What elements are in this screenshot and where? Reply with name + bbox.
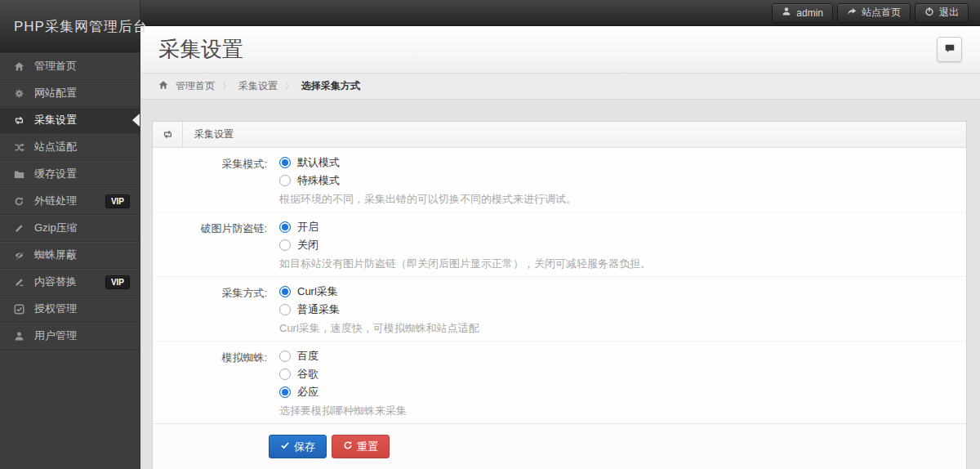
folder-icon xyxy=(12,169,25,180)
vip-badge: VIP xyxy=(105,275,130,289)
home-icon xyxy=(158,80,168,92)
breadcrumb-home[interactable]: 管理首页 xyxy=(176,79,215,93)
user-name: admin xyxy=(796,7,823,19)
field-collect-method: 采集方式: Curl采集普通采集 Curl采集，速度快，可模拟蜘蛛和站点适配 xyxy=(153,277,966,342)
eye-slash-icon xyxy=(12,250,25,261)
sidebar-item-label: 蜘蛛屏蔽 xyxy=(34,248,77,262)
simulate-spider-option-0[interactable]: 百度 xyxy=(279,347,407,365)
sidebar-item-label: 网站配置 xyxy=(34,86,77,100)
site-home-label: 站点首页 xyxy=(862,6,901,20)
save-button[interactable]: 保存 xyxy=(269,435,327,458)
breadcrumb-separator: 〉 xyxy=(222,80,231,92)
sidebar-item-user-manage[interactable]: 用户管理 xyxy=(0,323,140,350)
sidebar-item-external-links[interactable]: 外链处理 VIP xyxy=(0,188,140,215)
breadcrumb: 管理首页 〉 采集设置 〉 选择采集方式 xyxy=(140,74,980,100)
image-antileech-option-1[interactable]: 关闭 xyxy=(279,236,651,254)
user-icon xyxy=(12,331,25,342)
sidebar-item-label: 站点适配 xyxy=(34,140,77,154)
pencil-icon xyxy=(12,223,25,234)
content-area: 采集设置 采集模式: 默认模式特殊模式 根据环境的不同，采集出错的可以切换不同的… xyxy=(140,100,980,469)
sidebar-item-site-config[interactable]: 网站配置 xyxy=(0,80,140,107)
radio-icon[interactable] xyxy=(279,368,291,380)
radio-icon[interactable] xyxy=(279,221,291,233)
form-actions: 保存 重置 xyxy=(153,423,966,469)
logout-button[interactable]: 退出 xyxy=(915,3,969,23)
sidebar-item-collect-settings[interactable]: 采集设置 xyxy=(0,107,140,134)
sidebar-menu: 管理首页 网站配置 采集设置 站点适配 缓存设置 外链处理 VIP Gzip压缩… xyxy=(0,53,140,350)
sidebar-item-home[interactable]: 管理首页 xyxy=(0,53,140,80)
option-label: 关闭 xyxy=(297,238,318,252)
radio-icon[interactable] xyxy=(279,157,291,168)
sidebar-item-gzip[interactable]: Gzip压缩 xyxy=(0,215,140,242)
repeat-icon xyxy=(12,115,25,126)
shuffle-icon xyxy=(12,142,25,153)
radio-icon[interactable] xyxy=(279,386,291,398)
share-arrow-icon xyxy=(847,7,857,19)
main-area: 采集设置 管理首页 〉 采集设置 〉 选择采集方式 采集设置 采集模式: 默认模… xyxy=(140,26,980,469)
page-header: 采集设置 xyxy=(140,26,980,74)
breadcrumb-collect-settings[interactable]: 采集设置 xyxy=(238,79,278,93)
home-icon xyxy=(12,61,25,72)
sidebar-item-label: Gzip压缩 xyxy=(34,221,78,235)
option-label: 默认模式 xyxy=(297,155,340,170)
panel-header: 采集设置 xyxy=(153,122,966,148)
sidebar-item-site-adapt[interactable]: 站点适配 xyxy=(0,134,140,161)
settings-form: 采集模式: 默认模式特殊模式 根据环境的不同，采集出错的可以切换不同的模式来进行… xyxy=(153,148,966,423)
collect-method-option-0[interactable]: Curl采集 xyxy=(279,283,479,301)
user-menu-button[interactable]: admin xyxy=(772,3,833,23)
site-home-button[interactable]: 站点首页 xyxy=(837,3,911,23)
sidebar-item-label: 管理首页 xyxy=(34,59,77,74)
repeat-icon xyxy=(153,122,183,147)
option-label: 普通采集 xyxy=(297,302,340,317)
radio-icon[interactable] xyxy=(279,175,291,186)
sidebar-item-cache-settings[interactable]: 缓存设置 xyxy=(0,161,140,188)
sidebar-item-label: 内容替换 xyxy=(34,275,77,289)
option-label: 百度 xyxy=(297,349,318,364)
option-label: 特殊模式 xyxy=(297,173,340,188)
check-square-icon xyxy=(12,304,25,315)
vip-badge: VIP xyxy=(105,194,130,208)
collect-method-option-1[interactable]: 普通采集 xyxy=(279,301,479,319)
edit-icon xyxy=(12,277,25,288)
sidebar-item-content-replace[interactable]: 内容替换 VIP xyxy=(0,269,140,296)
radio-icon[interactable] xyxy=(279,286,291,297)
collect-mode-option-1[interactable]: 特殊模式 xyxy=(279,172,577,190)
sidebar: PHP采集网管理后台 管理首页 网站配置 采集设置 站点适配 缓存设置 外链处理… xyxy=(0,0,140,469)
sidebar-item-spider-block[interactable]: 蜘蛛屏蔽 xyxy=(0,242,140,269)
refresh-icon xyxy=(343,440,353,453)
simulate-spider-option-1[interactable]: 谷歌 xyxy=(279,365,407,383)
field-help-text: 如目标站没有图片防盗链（即关闭后图片显示正常），关闭可减轻服务器负担。 xyxy=(279,257,651,271)
radio-icon[interactable] xyxy=(279,351,291,362)
image-antileech-option-0[interactable]: 开启 xyxy=(279,218,651,236)
field-simulate-spider: 模拟蜘蛛: 百度谷歌必应 选择要模拟哪种蜘蛛来采集 xyxy=(153,342,966,423)
collect-mode-option-0[interactable]: 默认模式 xyxy=(279,154,577,172)
feedback-button[interactable] xyxy=(937,37,962,62)
settings-panel: 采集设置 采集模式: 默认模式特殊模式 根据环境的不同，采集出错的可以切换不同的… xyxy=(152,121,967,469)
radio-icon[interactable] xyxy=(279,304,291,315)
breadcrumb-separator: 〉 xyxy=(285,80,294,92)
field-collect-mode: 采集模式: 默认模式特殊模式 根据环境的不同，采集出错的可以切换不同的模式来进行… xyxy=(153,148,966,212)
sidebar-item-label: 授权管理 xyxy=(34,302,77,316)
sidebar-item-label: 外链处理 xyxy=(34,194,77,208)
reset-button[interactable]: 重置 xyxy=(332,435,390,458)
option-label: 开启 xyxy=(297,220,318,234)
power-icon xyxy=(924,7,934,19)
option-label: 必应 xyxy=(297,385,318,400)
field-help-text: 选择要模拟哪种蜘蛛来采集 xyxy=(279,404,407,418)
sidebar-item-auth-manage[interactable]: 授权管理 xyxy=(0,296,140,323)
comment-icon xyxy=(944,42,956,56)
gear-icon xyxy=(12,88,25,99)
simulate-spider-option-2[interactable]: 必应 xyxy=(279,383,407,401)
field-help-text: 根据环境的不同，采集出错的可以切换不同的模式来进行调试。 xyxy=(279,192,577,207)
panel-title: 采集设置 xyxy=(183,122,234,147)
user-icon xyxy=(782,7,791,19)
field-label-collect-method: 采集方式: xyxy=(153,283,279,336)
refresh-icon xyxy=(12,196,25,207)
page-title: 采集设置 xyxy=(158,35,243,64)
option-label: 谷歌 xyxy=(297,367,318,382)
reset-button-label: 重置 xyxy=(357,440,378,454)
sidebar-item-label: 用户管理 xyxy=(34,328,77,343)
check-icon xyxy=(280,440,290,453)
radio-icon[interactable] xyxy=(279,239,291,251)
field-label-collect-mode: 采集模式: xyxy=(153,154,279,207)
